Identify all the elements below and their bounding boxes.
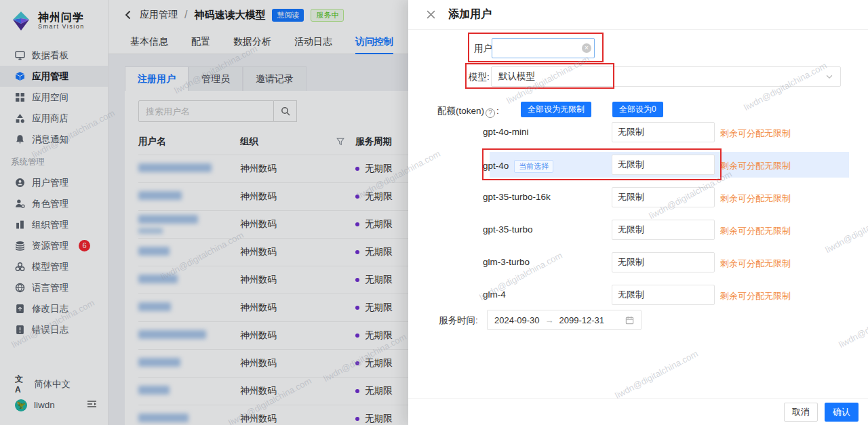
set-all-unlimited-button[interactable]: 全部设为无限制 <box>521 102 591 117</box>
calendar-icon <box>625 316 634 325</box>
date-end[interactable]: 2099-12-31 <box>559 315 605 325</box>
remaining-quota-label: 剩余可分配无限制 <box>720 127 791 140</box>
quota-label: 配额(token)?: <box>437 105 499 118</box>
close-icon[interactable] <box>426 9 436 20</box>
date-start[interactable]: 2024-09-30 <box>494 315 540 325</box>
model-name: gpt-4o当前选择 <box>483 160 553 173</box>
quota-input[interactable] <box>612 122 715 142</box>
cancel-button[interactable]: 取消 <box>784 403 818 422</box>
help-icon[interactable]: ? <box>486 108 495 118</box>
quota-input[interactable] <box>612 155 715 175</box>
drawer-footer: 取消 确认 <box>408 398 868 425</box>
quota-input[interactable] <box>612 285 715 305</box>
service-time-label: 服务时间: <box>439 315 478 327</box>
chevron-down-icon <box>825 73 833 81</box>
set-all-zero-button[interactable]: 全部设为0 <box>612 102 663 117</box>
model-name: gpt-35-turbo-16k <box>483 192 551 202</box>
app-root: 神州问学 Smart Vision 数据看板 应用管理 应用空间 应用商店 <box>0 0 868 425</box>
quota-input[interactable] <box>612 252 715 272</box>
remaining-quota-label: 剩余可分配无限制 <box>720 258 791 270</box>
date-range-arrow: → <box>545 315 554 325</box>
drawer-title: 添加用户 <box>448 7 492 22</box>
remaining-quota-label: 剩余可分配无限制 <box>720 193 791 205</box>
quota-input[interactable] <box>612 220 715 240</box>
quota-label-text: 配额(token) <box>437 106 484 116</box>
model-select-value: 默认模型 <box>498 70 535 83</box>
model-select[interactable]: 默认模型 <box>491 66 841 87</box>
clear-input-icon[interactable]: × <box>582 43 591 53</box>
confirm-button[interactable]: 确认 <box>825 403 859 422</box>
quota-input[interactable] <box>612 187 715 207</box>
model-field-label: 模型: <box>469 71 490 83</box>
model-name: glm-4 <box>483 289 506 300</box>
remaining-quota-label: 剩余可分配无限制 <box>720 290 791 302</box>
quota-colon: : <box>496 106 499 116</box>
remaining-quota-label: 剩余可分配无限制 <box>720 160 791 172</box>
model-name: glm-3-turbo <box>483 257 530 267</box>
date-range-picker[interactable]: 2024-09-30 → 2099-12-31 <box>487 310 642 330</box>
model-name-text: gpt-4o <box>483 161 509 171</box>
remaining-quota-label: 剩余可分配无限制 <box>720 225 791 237</box>
add-user-drawer: 添加用户 用户: × 模型: 默认模型 配额(token)?: 全部设为无限制 … <box>408 0 868 425</box>
model-name: gpt-4o-mini <box>483 127 529 137</box>
user-search-input[interactable] <box>492 38 595 58</box>
drawer-header: 添加用户 <box>408 0 868 30</box>
current-selection-tag: 当前选择 <box>514 160 553 173</box>
model-name: gpt-35-turbo <box>483 224 533 235</box>
